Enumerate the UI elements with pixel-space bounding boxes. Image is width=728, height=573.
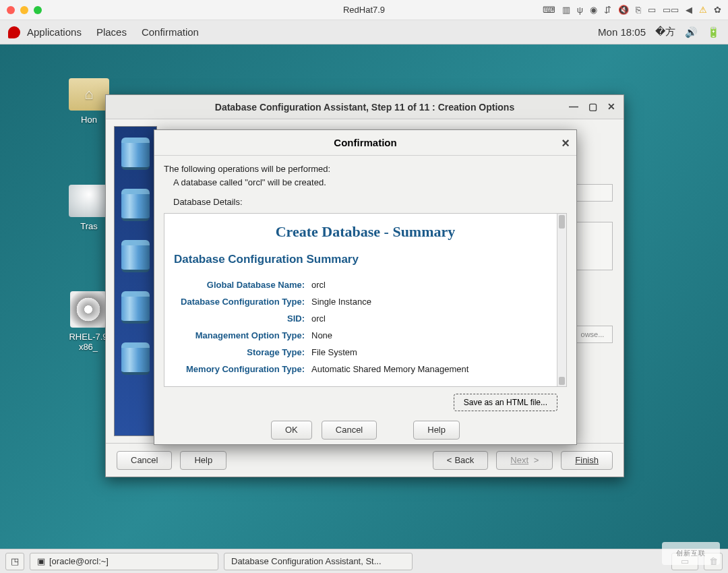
summary-key: Database Configuration Type: bbox=[175, 294, 310, 309]
scroll-thumb[interactable] bbox=[559, 377, 565, 385]
volume-tray-icon[interactable]: 🔊 bbox=[685, 26, 698, 38]
folder-icon bbox=[69, 78, 109, 111]
summary-key: Global Database Name: bbox=[175, 277, 310, 293]
sound-icon[interactable]: 🔇 bbox=[618, 5, 629, 15]
summary-value: orcl bbox=[311, 277, 555, 293]
database-barrel-icon bbox=[121, 138, 150, 170]
chevron-right-icon: > bbox=[531, 455, 539, 465]
scrollbar[interactable] bbox=[557, 214, 566, 386]
wizard-footer: Cancel Help <Back Next > Finish bbox=[106, 443, 624, 477]
database-barrel-icon bbox=[121, 291, 150, 324]
wizard-help-button[interactable]: Help bbox=[180, 451, 226, 470]
taskbar-item-dbca[interactable]: Database Configuration Assistant, St... bbox=[224, 553, 413, 570]
minimize-icon[interactable]: — bbox=[566, 98, 582, 115]
wizard-finish-button[interactable]: Finish bbox=[561, 451, 613, 470]
taskbar-item-label: [oracle@orcl:~] bbox=[49, 556, 109, 566]
summary-row: SID:orcl bbox=[175, 311, 555, 326]
summary-key: Memory Configuration Type: bbox=[175, 361, 310, 377]
summary-value: Single Instance bbox=[311, 294, 555, 309]
host-titlebar: RedHat7.9 ⌨ ▥ ψ ◉ ⇵ 🔇 ⎘ ▭ ▭▭ ◀ ⚠ ✿ bbox=[0, 0, 728, 20]
back-icon[interactable]: ◀ bbox=[686, 5, 692, 15]
confirmation-dialog: Confirmation × The following operations … bbox=[154, 129, 577, 445]
dialog-title: Confirmation bbox=[334, 137, 396, 148]
summary-value: None bbox=[311, 328, 555, 343]
workspace-switcher-icon[interactable]: ◳ bbox=[5, 553, 24, 570]
close-host-icon[interactable] bbox=[7, 6, 15, 14]
summary-value: File System bbox=[311, 344, 555, 360]
summary-key: Management Option Type: bbox=[175, 328, 310, 343]
taskbar-item-terminal[interactable]: ▣ [oracle@orcl:~] bbox=[30, 553, 218, 570]
summary-value: orcl bbox=[311, 311, 555, 326]
summary-row: Global Database Name:orcl bbox=[175, 277, 555, 293]
summary-row: Memory Configuration Type:Automatic Shar… bbox=[175, 361, 555, 377]
summary-key: SID: bbox=[175, 311, 310, 326]
taskbar-item-label: Database Configuration Assistant, St... bbox=[231, 556, 382, 566]
displays-icon[interactable]: ▭▭ bbox=[663, 5, 679, 15]
chevron-left-icon: < bbox=[447, 455, 452, 465]
dialog-text: A database called "orcl" will be created… bbox=[164, 176, 567, 189]
summary-key: Storage Type: bbox=[175, 344, 310, 360]
summary-row: Management Option Type:None bbox=[175, 328, 555, 343]
zoom-host-icon[interactable] bbox=[34, 6, 42, 14]
watermark: 创新互联 bbox=[662, 542, 720, 565]
summary-row: Database Configuration Type:Single Insta… bbox=[175, 294, 555, 309]
details-label: Database Details: bbox=[164, 195, 567, 209]
menu-app-current[interactable]: Confirmation bbox=[142, 26, 199, 38]
display-icon[interactable]: ▭ bbox=[648, 5, 656, 15]
wizard-titlebar[interactable]: Database Configuration Assistant, Step 1… bbox=[106, 95, 624, 119]
minimize-host-icon[interactable] bbox=[20, 6, 28, 14]
host-title: RedHat7.9 bbox=[343, 5, 385, 15]
keyboard-icon[interactable]: ⌨ bbox=[543, 5, 555, 15]
chip-icon[interactable]: ▥ bbox=[562, 5, 570, 15]
help-button[interactable]: Help bbox=[413, 421, 460, 440]
save-as-html-button[interactable]: Save as an HTML file... bbox=[454, 394, 557, 411]
menu-places[interactable]: Places bbox=[96, 26, 127, 38]
close-icon[interactable]: ✕ bbox=[603, 98, 619, 115]
wizard-title: Database Configuration Assistant, Step 1… bbox=[215, 102, 514, 113]
dialog-text: The following operations will be perform… bbox=[164, 162, 567, 176]
obscured-field bbox=[572, 222, 613, 270]
traffic-lights bbox=[7, 6, 42, 14]
database-barrel-icon bbox=[121, 342, 150, 375]
database-barrel-icon bbox=[121, 240, 150, 272]
obscured-field bbox=[572, 184, 613, 202]
summary-value: Automatic Shared Memory Management bbox=[311, 361, 555, 377]
close-icon[interactable]: × bbox=[562, 135, 570, 151]
gnome-top-bar: Applications Places Confirmation Mon 18:… bbox=[0, 20, 728, 44]
database-barrel-icon bbox=[121, 189, 150, 221]
gnome-taskbar: ◳ ▣ [oracle@orcl:~] Database Configurati… bbox=[0, 549, 728, 573]
cancel-button[interactable]: Cancel bbox=[322, 421, 377, 440]
summary-title: Create Database - Summary bbox=[174, 223, 557, 241]
clipboard-icon[interactable]: ⎘ bbox=[636, 5, 641, 15]
battery-tray-icon[interactable]: 🔋 bbox=[707, 26, 720, 38]
ok-button[interactable]: OK bbox=[271, 421, 312, 440]
browse-button-ghost: owse... bbox=[572, 326, 613, 343]
warning-icon[interactable]: ⚠ bbox=[699, 5, 707, 15]
wizard-back-button[interactable]: <Back bbox=[433, 451, 489, 470]
record-icon[interactable]: ◉ bbox=[590, 5, 597, 15]
gear-icon[interactable]: ✿ bbox=[714, 5, 721, 15]
terminal-icon: ▣ bbox=[37, 556, 45, 566]
dialog-titlebar[interactable]: Confirmation × bbox=[154, 130, 576, 156]
summary-panel: Create Database - Summary Database Confi… bbox=[164, 213, 567, 387]
menu-applications[interactable]: Applications bbox=[27, 26, 82, 38]
summary-subtitle: Database Configuration Summary bbox=[174, 253, 557, 266]
trash-icon bbox=[69, 185, 109, 217]
maximize-icon[interactable]: ▢ bbox=[584, 98, 601, 115]
clock-label[interactable]: Mon 18:05 bbox=[598, 26, 646, 38]
usb-icon[interactable]: ψ bbox=[577, 5, 583, 15]
scroll-thumb[interactable] bbox=[559, 215, 565, 229]
redhat-logo-icon[interactable] bbox=[8, 26, 20, 38]
host-status-icons: ⌨ ▥ ψ ◉ ⇵ 🔇 ⎘ ▭ ▭▭ ◀ ⚠ ✿ bbox=[543, 5, 721, 15]
network-icon[interactable]: ⇵ bbox=[604, 5, 611, 15]
wizard-cancel-button[interactable]: Cancel bbox=[117, 451, 172, 470]
disc-icon bbox=[70, 291, 107, 328]
wizard-next-button: Next > bbox=[496, 451, 553, 470]
wizard-banner bbox=[114, 126, 157, 436]
summary-row: Storage Type:File System bbox=[175, 344, 555, 360]
summary-table: Global Database Name:orclDatabase Config… bbox=[174, 276, 557, 378]
network-tray-icon[interactable]: �方 bbox=[655, 26, 675, 38]
